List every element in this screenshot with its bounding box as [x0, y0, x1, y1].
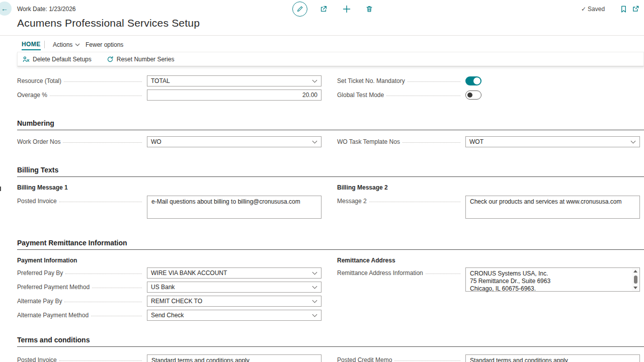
bookmark-button[interactable]: [620, 5, 627, 13]
field-overage-pct: Overage % 20.00: [17, 89, 321, 101]
posted-invoice-value: e-Mail questions about billing to billin…: [151, 198, 300, 205]
remittance-address-textarea[interactable]: CRONUS Systems USA, Inc. 75 Remittance D…: [465, 267, 640, 292]
arrow-left-icon: ←: [1, 5, 8, 13]
alternate-payment-method-select[interactable]: Send Check: [147, 310, 321, 321]
wo-task-template-nos-label: WO Task Template Nos: [337, 138, 403, 145]
field-message-2: Message 2 Check our products and service…: [337, 196, 640, 219]
actions-label: Actions: [53, 41, 72, 48]
message-2-label: Message 2: [337, 198, 369, 205]
overage-pct-value: 20.00: [302, 92, 317, 99]
global-test-mode-toggle[interactable]: [465, 90, 481, 100]
field-resource-total: Resource (Total) TOTAL: [17, 75, 321, 86]
section-terms-and-conditions: Terms and conditions: [17, 336, 644, 347]
menu-actions[interactable]: Actions: [53, 41, 80, 48]
chevron-down-icon: [630, 140, 636, 144]
preferred-pay-by-select[interactable]: WIRE VIA BANK ACCOUNT: [147, 267, 321, 279]
remittance-address-value: CRONUS Systems USA, Inc. 75 Remittance D…: [470, 270, 550, 292]
new-button[interactable]: [342, 5, 351, 14]
title-divider: [0, 35, 644, 36]
field-alternate-payment-method: Alternate Payment Method Send Check: [17, 310, 321, 321]
field-work-order-nos: Work Order Nos WO: [17, 136, 321, 147]
tab-home[interactable]: HOME: [22, 41, 41, 50]
terms-posted-credit-memo-label: Posted Credit Memo: [337, 356, 394, 362]
page-title: Acumens Professional Services Setup: [17, 17, 200, 29]
dotted-leader: [59, 360, 142, 361]
terms-posted-credit-memo-textarea[interactable]: Standard terms and conditions apply: [465, 354, 640, 362]
textarea-scrollbar[interactable]: [632, 268, 639, 291]
reset-number-series-label: Reset Number Series: [117, 56, 175, 63]
back-button[interactable]: ←: [0, 2, 12, 16]
trash-icon: [365, 5, 373, 13]
save-status: ✓ Saved: [581, 6, 605, 13]
message-2-textarea[interactable]: Check our products and services at www.c…: [465, 196, 640, 219]
dotted-leader: [64, 81, 142, 82]
set-ticket-toggle[interactable]: [465, 76, 481, 85]
chevron-down-icon: [312, 286, 317, 289]
open-in-new-window-button[interactable]: [632, 5, 639, 13]
chevron-down-icon: [312, 79, 317, 83]
terms-posted-invoice-label: Posted Invoice: [17, 356, 59, 362]
dotted-leader: [386, 96, 460, 96]
delete-button[interactable]: [365, 5, 373, 13]
remittance-address-subhead: Remittance Address: [337, 257, 395, 264]
chevron-down-icon: [312, 140, 317, 144]
chevron-down-icon: [312, 272, 317, 275]
left-edge-artifact: [0, 187, 1, 191]
scrollbar-thumb[interactable]: [634, 276, 637, 284]
dotted-leader: [63, 142, 142, 143]
delete-setups-icon: [23, 56, 30, 63]
alternate-pay-by-select[interactable]: REMIT CHECK TO: [147, 296, 321, 307]
chevron-down-icon: [75, 43, 80, 46]
alternate-pay-by-label: Alternate Pay By: [17, 298, 64, 305]
fewer-options-label: Fewer options: [86, 41, 123, 48]
posted-invoice-label: Posted Invoice: [17, 198, 59, 205]
preferred-payment-method-label: Preferred Payment Method: [17, 284, 92, 291]
scroll-up-icon[interactable]: [633, 270, 637, 273]
section-title: Numbering: [17, 119, 54, 127]
work-order-nos-value: WO: [151, 138, 162, 145]
dotted-leader: [426, 274, 460, 274]
edit-mode-button[interactable]: [292, 2, 307, 17]
preferred-payment-method-select[interactable]: US Bank: [147, 282, 321, 293]
preferred-pay-by-value: WIRE VIA BANK ACCOUNT: [151, 269, 227, 277]
posted-invoice-textarea[interactable]: e-Mail questions about billing to billin…: [147, 196, 321, 219]
dotted-leader: [91, 316, 142, 316]
share-button[interactable]: [319, 5, 328, 13]
overage-pct-label: Overage %: [17, 92, 50, 99]
payment-information-subhead: Payment Information: [17, 257, 77, 264]
field-terms-posted-invoice: Posted Invoice Standard terms and condit…: [17, 354, 321, 362]
set-ticket-label: Set Ticket No. Mandatory: [337, 77, 408, 84]
resource-total-select[interactable]: TOTAL: [147, 75, 321, 86]
pencil-icon: [296, 5, 304, 13]
scroll-down-icon[interactable]: [633, 287, 637, 289]
dotted-leader: [59, 202, 142, 202]
global-test-mode-label: Global Test Mode: [337, 92, 386, 99]
plus-icon: [342, 5, 351, 14]
remittance-address-information-label: Remittance Address Information: [337, 269, 426, 277]
section-numbering: Numbering: [17, 119, 644, 130]
action-ribbon: Delete Default Setups Reset Number Serie…: [17, 52, 644, 66]
menu-fewer-options[interactable]: Fewer options: [86, 41, 123, 48]
section-title: Terms and conditions: [17, 336, 90, 344]
resource-total-value: TOTAL: [151, 77, 170, 84]
share-icon: [319, 5, 328, 13]
work-order-nos-label: Work Order Nos: [17, 138, 63, 145]
chevron-down-icon: [312, 314, 317, 317]
alternate-pay-by-value: REMIT CHECK TO: [151, 298, 202, 305]
check-icon: ✓: [581, 6, 586, 13]
work-order-nos-select[interactable]: WO: [147, 136, 321, 147]
delete-default-setups-label: Delete Default Setups: [33, 56, 92, 63]
field-global-test-mode: Global Test Mode: [337, 89, 640, 101]
terms-posted-invoice-textarea[interactable]: Standard terms and conditions apply: [147, 354, 321, 362]
delete-default-setups-button[interactable]: Delete Default Setups: [23, 56, 92, 63]
resource-total-label: Resource (Total): [17, 77, 64, 84]
overage-pct-input[interactable]: 20.00: [147, 89, 321, 101]
field-preferred-payment-method: Preferred Payment Method US Bank: [17, 282, 321, 293]
wo-task-template-nos-select[interactable]: WOT: [465, 136, 640, 147]
wo-task-template-nos-value: WOT: [469, 138, 484, 145]
dotted-leader: [50, 96, 142, 96]
reset-number-series-button[interactable]: Reset Number Series: [107, 56, 175, 63]
preferred-pay-by-label: Preferred Pay By: [17, 269, 65, 277]
dotted-leader: [92, 288, 142, 288]
field-set-ticket-no-mandatory: Set Ticket No. Mandatory: [337, 75, 640, 86]
